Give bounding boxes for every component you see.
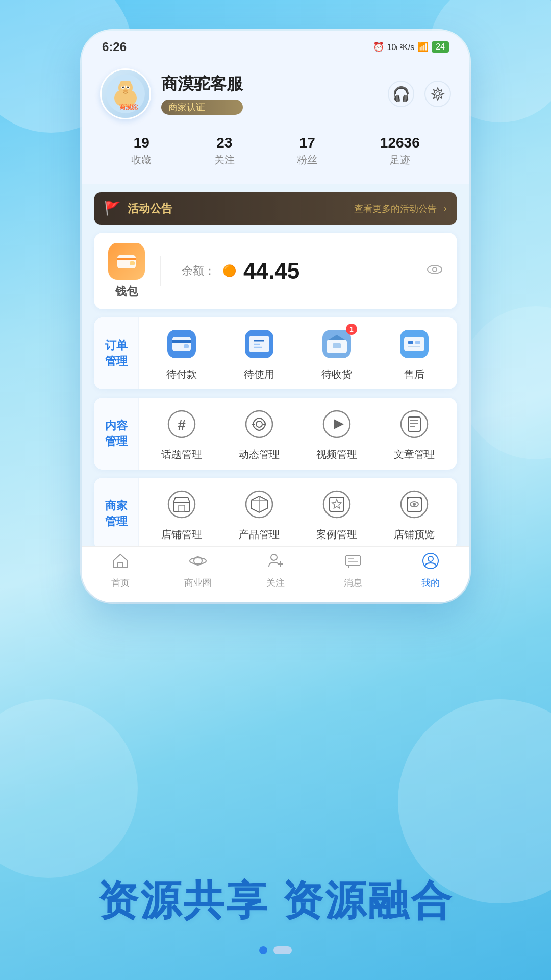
nav-business[interactable]: 商业圈 — [167, 552, 229, 589]
svg-point-76 — [190, 558, 206, 564]
message-label: 消息 — [344, 577, 362, 589]
stat-collect[interactable]: 19 收藏 — [131, 135, 152, 167]
status-icons: ⏰ 10ᵢ ²K/s 📶 24 — [373, 41, 449, 53]
profile-name: 商漠驼客服 — [161, 73, 243, 95]
stat-footprint-num: 12636 — [380, 135, 420, 151]
stat-fans[interactable]: 17 粉丝 — [297, 135, 317, 167]
order-after-sale[interactable]: 售后 — [386, 326, 442, 381]
pagination-dots — [259, 946, 292, 954]
pending-use-icon — [241, 326, 278, 362]
profile-left: 商漠驼 商漠驼客服 商家认证 — [100, 68, 243, 119]
svg-rect-32 — [404, 337, 424, 351]
person-circle-icon — [422, 552, 439, 574]
coin-icon: 🟠 — [222, 264, 236, 278]
svg-point-49 — [168, 491, 195, 518]
nav-mine[interactable]: 我的 — [400, 552, 461, 589]
svg-rect-50 — [173, 502, 190, 511]
dynamic-management[interactable]: 动态管理 — [231, 406, 287, 461]
avatar[interactable]: 商漠驼 — [100, 68, 151, 119]
dot-inactive[interactable] — [273, 946, 292, 954]
pending-receive-label: 待收货 — [321, 368, 352, 381]
order-pending-pay[interactable]: 待付款 — [154, 326, 210, 381]
slogan-section: 资源共享 资源融合 — [0, 874, 551, 929]
svg-rect-30 — [333, 343, 341, 348]
profile-actions: 🎧 — [388, 81, 451, 107]
svg-point-7 — [123, 90, 128, 92]
video-icon — [318, 406, 355, 443]
topic-label: 话题管理 — [161, 448, 202, 461]
article-management[interactable]: 文章管理 — [386, 406, 442, 461]
stat-footprint-label: 足迹 — [380, 153, 420, 167]
merchant-management-card: 商家 管理 店铺管理 — [94, 478, 457, 550]
dot-active[interactable] — [259, 946, 267, 954]
after-sale-icon — [396, 326, 433, 362]
svg-text:商漠驼: 商漠驼 — [119, 104, 138, 111]
merchant-management-label: 商家 管理 — [94, 478, 139, 550]
follow-label: 关注 — [266, 577, 285, 589]
article-label: 文章管理 — [394, 448, 435, 461]
activity-banner[interactable]: 🚩 活动公告 查看更多的活动公告 › — [94, 192, 457, 225]
stat-collect-num: 19 — [131, 135, 152, 151]
case-management[interactable]: 案例管理 — [309, 486, 365, 542]
saturn-icon — [189, 552, 207, 574]
svg-rect-14 — [117, 258, 136, 260]
bottom-nav: 首页 商业圈 关注 — [82, 546, 469, 602]
nav-message[interactable]: 消息 — [322, 552, 384, 589]
svg-marker-43 — [334, 419, 344, 429]
headset-icon[interactable]: 🎧 — [388, 81, 414, 107]
pending-pay-label: 待付款 — [166, 368, 197, 381]
store-management[interactable]: 店铺管理 — [154, 486, 210, 542]
order-pending-use[interactable]: 待使用 — [231, 326, 287, 381]
svg-point-61 — [413, 503, 416, 506]
stats-row: 19 收藏 23 关注 17 粉丝 12636 足迹 — [100, 130, 451, 172]
product-management[interactable]: 产品管理 — [231, 486, 287, 542]
order-management-card: 订单 管理 待付款 — [94, 317, 457, 389]
topic-management[interactable]: # 话题管理 — [154, 406, 210, 461]
topic-icon: # — [163, 406, 200, 443]
pending-use-label: 待使用 — [244, 368, 274, 381]
store-icon — [163, 486, 200, 523]
alarm-icon: ⏰ — [373, 41, 384, 53]
svg-rect-80 — [345, 555, 361, 566]
svg-point-39 — [256, 421, 262, 427]
stat-footprint[interactable]: 12636 足迹 — [380, 135, 420, 167]
balance-label: 余额： — [182, 263, 215, 279]
main-content[interactable]: 商漠驼 商漠驼客服 商家认证 🎧 — [82, 58, 469, 564]
video-management[interactable]: 视频管理 — [309, 406, 365, 461]
wallet-card[interactable]: 钱包 余额： 🟠 44.45 — [94, 233, 457, 309]
status-bar: 6:26 ⏰ 10ᵢ ²K/s 📶 24 — [82, 31, 469, 58]
eye-icon[interactable] — [427, 263, 443, 279]
stat-follow[interactable]: 23 关注 — [214, 135, 235, 167]
svg-rect-51 — [179, 505, 185, 511]
nav-home[interactable]: 首页 — [90, 552, 151, 589]
svg-marker-57 — [332, 499, 341, 508]
stat-fans-label: 粉丝 — [297, 153, 317, 167]
order-pending-receive[interactable]: 1 待收货 — [309, 326, 365, 381]
banner-more-text: 查看更多的活动公告 — [180, 203, 437, 215]
video-label: 视频管理 — [316, 448, 357, 461]
nav-follow[interactable]: 关注 — [245, 552, 306, 589]
stat-follow-label: 关注 — [214, 153, 235, 167]
pending-pay-icon — [163, 326, 200, 362]
dynamic-icon — [241, 406, 278, 443]
wallet-balance: 余额： 🟠 44.45 — [177, 258, 443, 284]
signal-text: 10ᵢ ²K/s — [387, 42, 415, 52]
preview-icon — [396, 486, 433, 523]
profile-section: 商漠驼 商漠驼客服 商家认证 🎧 — [82, 58, 469, 184]
store-preview[interactable]: 店铺预览 — [386, 486, 442, 542]
svg-point-84 — [428, 556, 433, 561]
merchant-management-grid: 店铺管理 产品管理 — [139, 478, 457, 550]
svg-rect-19 — [172, 337, 191, 351]
settings-icon[interactable] — [424, 81, 451, 107]
svg-point-77 — [271, 554, 277, 560]
pending-receive-icon: 1 — [318, 326, 355, 362]
product-icon — [241, 486, 278, 523]
battery-icon: 24 — [432, 41, 449, 53]
merchant-badge[interactable]: 商家认证 — [161, 100, 243, 115]
phone-mockup: 6:26 ⏰ 10ᵢ ²K/s 📶 24 — [82, 31, 469, 602]
order-management-label: 订单 管理 — [94, 317, 139, 389]
dynamic-label: 动态管理 — [239, 448, 280, 461]
content-management-grid: # 话题管理 — [139, 398, 457, 470]
case-label: 案例管理 — [316, 528, 357, 542]
store-label: 店铺管理 — [161, 528, 202, 542]
